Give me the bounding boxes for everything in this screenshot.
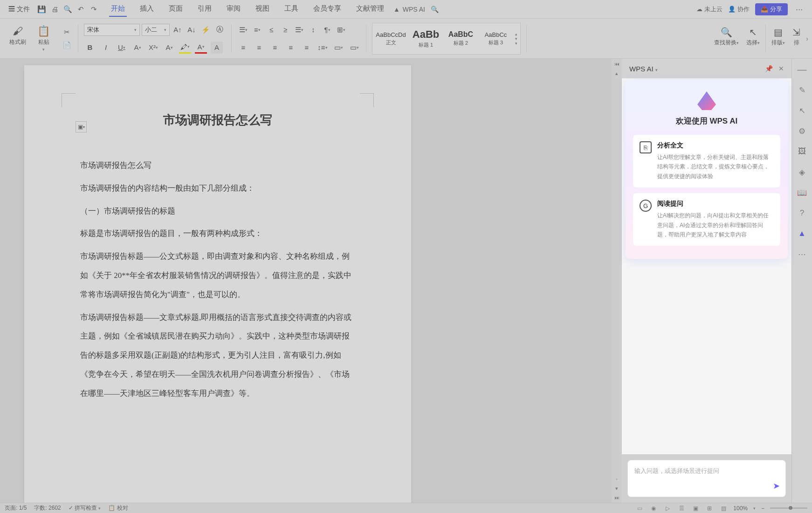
distribute-button[interactable]: ≡ xyxy=(301,42,313,54)
clear-format-icon[interactable]: Ⓐ xyxy=(213,24,226,36)
wps-ai-menu[interactable]: WPS AI xyxy=(403,6,425,13)
view-icon-2[interactable]: ◉ xyxy=(649,504,658,513)
highlight-button[interactable]: 🖍▾ xyxy=(179,42,191,54)
layout-end-button[interactable]: ⇲ 排 xyxy=(791,25,802,53)
zoom-slider[interactable] xyxy=(770,507,807,509)
view-icon-6[interactable]: ⊞ xyxy=(705,504,714,513)
tab-review[interactable]: 审阅 xyxy=(225,1,242,17)
help-tool-icon[interactable]: ? xyxy=(797,208,808,219)
image-tool-icon[interactable]: 🖼 xyxy=(797,146,808,157)
paragraph[interactable]: 市场调研报告的内容结构一般由如下几部分组成： xyxy=(80,179,355,198)
redo-icon[interactable]: ↷ xyxy=(89,4,100,15)
document-title[interactable]: 市场调研报告怎么写 xyxy=(80,112,355,128)
change-case-icon[interactable]: ⚡ xyxy=(200,24,212,36)
scroll-bottom-icon[interactable]: ⏭ xyxy=(613,494,620,501)
paragraph[interactable]: 标题是市场调研报告的题目，一般有两种构成形式： xyxy=(80,224,355,243)
style-expand[interactable]: ▾ xyxy=(515,41,517,46)
paragraph[interactable]: 市场调研报告怎么写 xyxy=(80,156,355,175)
search-icon[interactable]: 🔍 xyxy=(431,6,439,13)
cut-icon[interactable]: ✂ xyxy=(61,27,72,38)
increase-font-icon[interactable]: A↑ xyxy=(172,24,184,36)
ai-card-question[interactable]: G 阅读提问 让AI解决您的问题，向AI提出和文章相关的任意问题，AI会通过文章… xyxy=(633,193,780,246)
tab-page[interactable]: 页面 xyxy=(167,1,185,17)
view-icon-3[interactable]: ▷ xyxy=(663,504,672,513)
tab-member[interactable]: 会员专享 xyxy=(311,1,343,17)
more-tool-icon[interactable]: ⋯ xyxy=(797,249,808,260)
ai-card-analyze[interactable]: ⎘ 分析全文 让AI帮您理解文章，分析关键词、主题和段落结构等元素，总结文章，提… xyxy=(633,135,780,187)
select-tool-icon[interactable]: ↖ xyxy=(797,105,808,116)
select-button[interactable]: ↖ 选择▾ xyxy=(744,25,762,53)
preview-icon[interactable]: 🔍 xyxy=(62,4,74,15)
share-button[interactable]: 📤 分享 xyxy=(755,3,788,15)
justify-button[interactable]: ≡ xyxy=(285,42,297,54)
tab-insert[interactable]: 插入 xyxy=(138,1,156,17)
shape-tool-icon[interactable]: ◈ xyxy=(797,166,808,178)
nav-control[interactable]: ▣ ▾ xyxy=(76,121,87,132)
view-icon-5[interactable]: ▣ xyxy=(691,504,700,513)
ribbon-expand-icon[interactable]: › xyxy=(806,35,808,42)
scroll-top-icon[interactable]: ⏮ xyxy=(613,61,620,67)
document-page[interactable]: ▣ ▾ 市场调研报告怎么写 市场调研报告怎么写 市场调研报告的内容结构一般由如下… xyxy=(24,65,411,503)
font-family-select[interactable]: 宋体▾ xyxy=(84,24,140,36)
scroll-down-icon[interactable]: ▾ xyxy=(613,485,620,492)
font-color-button[interactable]: A▾ xyxy=(195,42,207,54)
increase-indent-button[interactable]: ≥ xyxy=(279,24,291,36)
align-right-button[interactable]: ≡ xyxy=(269,42,281,54)
superscript-button[interactable]: X²▾ xyxy=(147,42,159,54)
edit-tool-icon[interactable]: ✎ xyxy=(797,84,808,96)
numbering-button[interactable]: ≡▾ xyxy=(251,24,263,36)
sort-button[interactable]: ↕ xyxy=(307,24,319,36)
ai-tool-icon[interactable]: ▲ xyxy=(797,228,808,239)
minimize-icon[interactable]: — xyxy=(798,64,807,75)
tab-view[interactable]: 视图 xyxy=(254,1,271,17)
decrease-indent-button[interactable]: ≤ xyxy=(265,24,277,36)
style-gallery[interactable]: AaBbCcDd 正文 AaBb 标题 1 AaBbC 标题 2 AaBbCc … xyxy=(372,23,521,55)
file-menu[interactable]: ☰ 文件 xyxy=(4,3,34,15)
scroll-up-icon[interactable]: ▴ xyxy=(613,70,620,76)
zoom-level[interactable]: 100% xyxy=(733,505,748,512)
text-direction-button[interactable]: ☰▾ xyxy=(293,24,305,36)
paragraph[interactable]: （一）市场调研报告的标题 xyxy=(80,202,355,221)
settings-tool-icon[interactable]: ⚙ xyxy=(797,125,808,137)
bold-button[interactable]: B xyxy=(84,42,96,54)
find-replace-button[interactable]: 🔍 查找替换▾ xyxy=(712,25,741,53)
underline-button[interactable]: U▾ xyxy=(116,42,128,54)
paste-button[interactable]: 📋 粘贴 ▾ xyxy=(34,23,54,54)
layout-button[interactable]: ▤ 排版▾ xyxy=(770,25,787,53)
collab-button[interactable]: 👤 协作 xyxy=(728,5,750,14)
close-icon[interactable]: ✕ xyxy=(778,65,784,72)
style-heading1[interactable]: AaBb 标题 1 xyxy=(408,24,443,53)
pin-icon[interactable]: 📌 xyxy=(765,65,773,72)
spell-check-status[interactable]: ✓ 拼写检查 ▾ xyxy=(69,504,101,512)
proof-status[interactable]: 📋 校对 xyxy=(108,504,128,512)
style-heading3[interactable]: AaBbCc 标题 3 xyxy=(478,24,513,53)
cloud-status[interactable]: ☁ 未上云 xyxy=(696,5,723,14)
paragraph[interactable]: 市场调研报告标题——公文式标题，即由调查对象和内容、文种名称组成，例如《关于 2… xyxy=(80,247,355,304)
view-icon-4[interactable]: ☰ xyxy=(677,504,686,513)
tab-start[interactable]: 开始 xyxy=(109,1,127,17)
decrease-font-icon[interactable]: A↓ xyxy=(186,24,198,36)
undo-icon[interactable]: ↶ xyxy=(76,4,87,15)
tab-tools[interactable]: 工具 xyxy=(282,1,300,17)
borders-button[interactable]: ▭▾ xyxy=(348,42,360,54)
print-icon[interactable]: 🖨 xyxy=(49,4,61,15)
tabs-button[interactable]: ⊞▾ xyxy=(335,24,347,36)
style-scroll-up[interactable]: ▴ xyxy=(515,32,517,36)
tab-reference-mgmt[interactable]: 文献管理 xyxy=(354,1,386,17)
zoom-dropdown-icon[interactable]: ▾ xyxy=(753,506,756,511)
zoom-out-button[interactable]: − xyxy=(761,505,764,512)
format-brush-button[interactable]: 🖌 格式刷 xyxy=(6,23,30,54)
line-spacing-button[interactable]: ↕≡▾ xyxy=(317,42,329,54)
page-indicator[interactable]: 页面: 1/5 xyxy=(5,504,27,512)
style-scroll-down[interactable]: ▾ xyxy=(515,36,517,41)
strikethrough-button[interactable]: A▾ xyxy=(131,42,144,54)
word-count[interactable]: 字数: 2602 xyxy=(34,504,61,512)
align-center-button[interactable]: ≡ xyxy=(253,42,265,54)
align-left-button[interactable]: ≡ xyxy=(237,42,249,54)
style-heading2[interactable]: AaBbC 标题 2 xyxy=(443,24,478,53)
paragraph-shading-button[interactable]: ▭▾ xyxy=(332,42,344,54)
tab-reference[interactable]: 引用 xyxy=(196,1,213,17)
bullets-button[interactable]: ☰▾ xyxy=(237,24,249,36)
more-menu-icon[interactable]: ⋯ xyxy=(793,4,805,15)
book-tool-icon[interactable]: 📖 xyxy=(797,187,808,198)
